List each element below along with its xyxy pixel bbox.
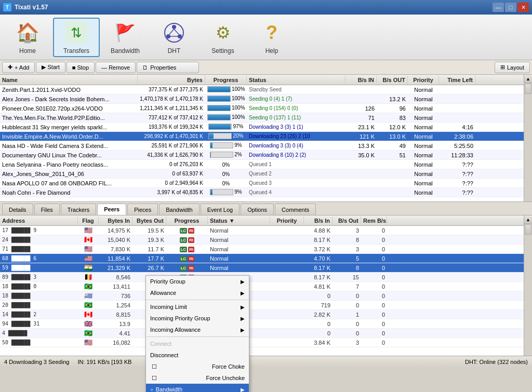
tab-pieces[interactable]: Pieces (127, 204, 158, 215)
cell-lower-priority (270, 249, 304, 250)
toolbar-bandwidth[interactable]: 🚩 Bandwidth (102, 18, 149, 57)
lower-table-row[interactable]: 94 ██████ 31 🇬🇧 13.9 INLIRCOUTLCRI Norma… (0, 319, 532, 329)
add-button[interactable]: ✚ + Add (2, 62, 35, 73)
cell-name: Nasa HD - Wide Field Camera 3 Extend... (0, 142, 138, 150)
cell-bin: 16,082 (99, 339, 132, 346)
cell-bytes: 1,470,178 K of 1,470,178 K (138, 96, 205, 102)
scroll-thumb[interactable] (525, 84, 531, 94)
toolbar-dht[interactable]: DHT (151, 18, 197, 57)
lower-table-row[interactable]: 89 ██████ 3 🇧🇪 8,546 7,369 LCRI Normal 8… (0, 273, 532, 282)
table-row[interactable]: Lena Selyanina - Piano Poetry neoclass..… (0, 160, 532, 169)
lower-scroll-up[interactable]: ▲ (524, 215, 532, 224)
tab-files[interactable]: Files (34, 204, 60, 215)
main-scrollbar[interactable]: ▲ (524, 75, 532, 201)
cell-lower-bsin: 8.17 K (304, 236, 332, 244)
add-label: + Add (15, 64, 29, 71)
ctx-allowance[interactable]: Allowance▶ (146, 287, 249, 299)
tab-details[interactable]: Details (2, 204, 33, 215)
lower-table-row[interactable]: 18 ██████ 🇺🇾 736 LCRI Normal 0 0 0 (0, 291, 532, 301)
lower-header-priority: Priority (270, 217, 304, 225)
start-button[interactable]: ▶ Start (36, 62, 65, 73)
table-row[interactable]: Alex Jones - Dark Secrets Inside Bohem..… (0, 94, 532, 104)
ctx-bandwidth[interactable]: ●Bandwidth▶ (146, 384, 249, 392)
lower-scrollbar[interactable]: ▲ (524, 215, 532, 356)
cell-flag: 🇺🇸 (78, 338, 99, 347)
cell-status: Downloading 23 (26) 2 (10 (247, 133, 345, 140)
scroll-up-btn[interactable]: ▲ (524, 75, 532, 83)
bandwidth-icon: 🚩 (113, 20, 138, 45)
ctx-disconnect[interactable]: Disconnect (146, 349, 249, 361)
cell-flag: 🇮🇳 (78, 263, 99, 272)
properties-button[interactable]: 🗋 Properties (137, 62, 199, 73)
ctx-incoming-limit[interactable]: Incoming Limit▶ (146, 301, 249, 313)
cell-bin: 13.9 (99, 320, 132, 328)
cell-bytes: 25,591 K of 271,906 K (138, 142, 205, 149)
tab-bandwidth[interactable]: Bandwidth (159, 204, 199, 215)
layout-button[interactable]: ⊞ Layout (495, 62, 530, 73)
lower-table-row[interactable]: 50 ██████ 🇺🇸 16,082 LCRI Normal 3.84 K 3… (0, 338, 532, 347)
cell-bin: 1,254 (99, 302, 132, 309)
cell-addr: 18 ██████ 0 (0, 283, 78, 290)
table-row[interactable]: Documentary GNU Linux The Codebr... 41,3… (0, 151, 532, 160)
lower-header-rem: Rem B/s (361, 217, 387, 225)
table-row[interactable]: Nasa APOLLO 07 and 08 ONBOARD FIL... 0 o… (0, 179, 532, 188)
lower-table-row[interactable]: 24 ██████ 🇨🇦 15,040 K 19.3 K LCRI Normal… (0, 235, 532, 245)
tab-trackers[interactable]: Trackers (61, 204, 96, 215)
cell-lower-bsin: 0 (304, 292, 332, 300)
table-row[interactable]: Zenith.Part.1.2011.Xvid-VODO 377,375 K o… (0, 85, 532, 94)
table-row[interactable]: Pioneer.One.S01E02.720p.x264-VODO 1,211,… (0, 104, 532, 113)
ctx-incoming-priority-group[interactable]: Incoming Priority Group▶ (146, 313, 249, 324)
lower-table-row[interactable]: 20 ██████ 🇧🇷 1,254 INLIRCOUTLCRI Normal … (0, 301, 532, 310)
lower-table-row[interactable]: 14 ██████ 2 🇨🇦 8,815 LCRI Normal 2.82 K … (0, 310, 532, 319)
toolbar-home[interactable]: 🏠 Home (4, 18, 51, 57)
ctx-priority-group[interactable]: Priority Group▶ (146, 276, 249, 287)
header-bsin: B/s IN (345, 76, 377, 84)
table-row[interactable]: The.Yes.Men.Fix.The.World.P2P.Editio... … (0, 113, 532, 123)
lower-scroll-thumb[interactable] (525, 224, 531, 235)
cell-flag: 🇺🇸 (78, 254, 99, 263)
minimize-button[interactable]: — (493, 3, 504, 12)
lower-table-row[interactable]: 68 ██████ 6 🇺🇸 11,854 K 17.7 K LCRI Norm… (0, 254, 532, 263)
lower-table-row[interactable]: 17 ██████ 9 🇺🇸 14,975 K 19.5 K LCRI Norm… (0, 226, 532, 235)
header-priority: Priority (408, 76, 439, 84)
cell-name: Zenith.Part.1.2011.Xvid-VODO (0, 86, 138, 93)
cell-bout: 11.7 K (132, 246, 166, 253)
context-menu: Priority Group▶ Allowance▶ Incoming Limi… (145, 275, 249, 392)
ctx-force-unchoke[interactable]: ☐ Force Unchoke (146, 372, 249, 384)
cell-timeleft (439, 99, 475, 100)
cell-bin: 11,854 K (99, 255, 132, 262)
tab-peers[interactable]: Peers (97, 204, 126, 215)
lower-table-row[interactable]: 71 ██████ 🇺🇸 7,830 K 11.7 K LCRI Normal … (0, 245, 532, 254)
cell-bsout: 96 (377, 105, 408, 112)
stop-button[interactable]: ■ Stop (66, 62, 95, 73)
cell-bsout (377, 183, 408, 184)
tab-options[interactable]: Options (241, 204, 274, 215)
tab-comments[interactable]: Comments (275, 204, 316, 215)
lower-table-row[interactable]: 18 ██████ 0 🇧🇷 13,411 LCRI Normal 4.81 K… (0, 282, 532, 291)
ctx-force-choke[interactable]: ☐ Force Choke (146, 361, 249, 372)
cell-addr: 18 ██████ (0, 292, 78, 299)
close-button[interactable]: ✕ (517, 3, 529, 12)
cell-bsout: 12.0 K (377, 124, 408, 131)
table-row[interactable]: Invisible.Empire.A.New.World.Order.D... … (0, 132, 532, 141)
cell-timeleft: 2:38:06 (439, 133, 475, 140)
toolbar-settings-label: Settings (211, 47, 234, 55)
table-row[interactable]: Hubblecast 31 Sky merger yields sparkl..… (0, 123, 532, 132)
table-row[interactable]: Nasa HD - Wide Field Camera 3 Extend... … (0, 141, 532, 151)
cell-status: Seeding 0 (154) 0 (0) (247, 105, 345, 112)
tab-event log[interactable]: Event Log (201, 204, 240, 215)
ctx-incoming-allowance[interactable]: Incoming Allowance▶ (146, 324, 249, 335)
cell-progress: 9% (205, 188, 247, 197)
toolbar-transfers[interactable]: ⇅ Transfers (53, 18, 100, 57)
header-status: Status (247, 76, 345, 84)
tabs-bar: DetailsFilesTrackersPeersPiecesBandwidth… (0, 202, 532, 215)
table-row[interactable]: Noah Cohn - Fire Diamond 3,997 K of 40,8… (0, 188, 532, 197)
remove-button[interactable]: — Remove (96, 62, 136, 73)
toolbar-settings[interactable]: ⚙ Settings (200, 18, 246, 57)
svg-line-7 (174, 29, 179, 34)
toolbar-help[interactable]: ? Help (248, 18, 295, 57)
lower-table-row[interactable]: 59 ██████ 🇮🇳 21,329 K 26.7 K LCRI Normal… (0, 263, 532, 273)
lower-table-row[interactable]: 4 ██████ 🇧🇷 4.41 INLIRCOUTLCRI Normal 0 … (0, 329, 532, 338)
maximize-button[interactable]: □ (505, 3, 516, 12)
table-row[interactable]: Alex_Jones_Show_2011_04_06 0 of 63,937 K… (0, 169, 532, 179)
